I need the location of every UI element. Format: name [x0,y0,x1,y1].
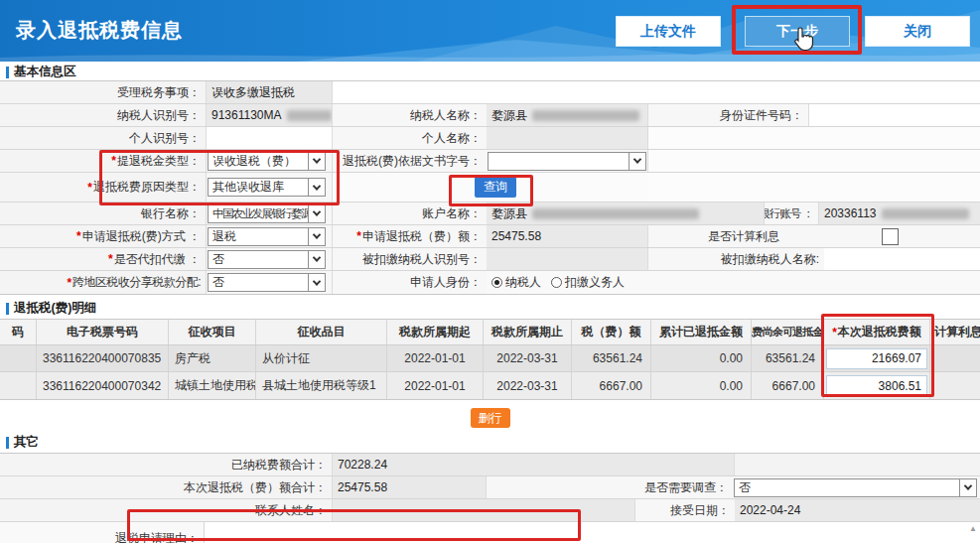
form-row: *退抵税费原因类型： 其他误收退库 查询 [0,173,980,203]
table-cell: 房产税 [169,345,256,371]
other-form: 已纳税费额合计： 70228.24 本次退抵税（费）额合计： 25475.58 … [0,453,980,543]
bank-name-cell: 中国农业发展银行婺源县支行 [207,203,333,224]
form-row: *提退税金类型： 误收退税（费） 退抵税(费)依据文书字号： [0,150,980,173]
table-cell: 2022-01-01 [387,372,484,399]
withhold-select[interactable]: 否 [208,250,326,269]
personal-id-value[interactable] [207,127,333,149]
radio-withholder[interactable]: 扣缴义务人 [551,274,625,291]
table-row[interactable]: 336116220400070342 城镇土地使用税 县城土地使用税等级1 20… [0,372,980,399]
query-button[interactable]: 查询 [475,177,516,198]
refund-method-select[interactable]: 退税 [208,227,326,246]
cross-region-select[interactable]: 否 [208,273,326,292]
table-cell: 从价计征 [256,345,387,371]
taxpayer-name-label: 纳税人名称： [333,104,487,126]
redacted-blur [287,110,333,121]
redacted-blur [532,208,699,219]
section-other: 其它 [0,434,980,451]
radio-taxpayer[interactable]: 纳税人 [491,274,541,291]
refund-reason-textarea[interactable]: ▲ ▼ [204,522,980,543]
refund-type-select[interactable]: 误收退税（费） [208,152,326,171]
withheld-taxpayer-id-value [487,248,648,270]
chevron-down-icon[interactable] [308,251,325,268]
chevron-down-icon[interactable] [308,179,325,196]
table-cell [824,372,930,399]
window-header: 录入退抵税费信息 上传文件 下一步 关闭 [0,0,980,62]
form-row: *是否代扣代缴 ： 否 被扣缴纳税人识别号： 被扣缴纳税人名称: [0,248,980,271]
form-row: 个人识别号： 个人名称： [0,127,980,150]
empty-cell [648,150,980,172]
scroll-up-icon[interactable]: ▲ [968,524,978,532]
form-row: 退税申请理由： ▲ ▼ [0,522,980,543]
query-cell: 查询 [333,173,648,202]
bank-name-select[interactable]: 中国农业发展银行婺源县支行 [208,204,326,223]
current-total-label: 本次退抵税（费）额合计： [0,476,333,498]
current-total-value: 25475.58 [333,476,487,498]
section-bar [6,437,9,449]
calc-interest-label: 是否计算利息 [648,225,784,247]
table-cell: 336116220400070342 [37,372,169,399]
current-refund-input[interactable] [826,348,927,369]
need-survey-label: 是否需要调查： [487,476,733,498]
account-name-value: 婺源县 [487,203,765,224]
chevron-down-icon[interactable] [308,153,325,170]
accept-date-label: 接受日期： [635,499,735,521]
refund-amount-label: *申请退抵税（费）额： [333,225,487,247]
table-cell: 0.00 [651,372,752,399]
chevron-down-icon[interactable] [959,479,976,496]
basic-info-form: 受理税务事项： 误收多缴退抵税 纳税人识别号： 91361130MA 纳税人名称… [0,80,980,295]
section-basic-info: 基本信息区 [0,64,980,80]
radio-unselected-icon [551,277,562,288]
table-cell: 2022-01-01 [387,345,484,371]
chevron-down-icon[interactable] [308,228,325,245]
doc-number-cell [487,150,648,172]
chevron-down-icon[interactable] [629,153,645,170]
table-cell: 0.00 [651,345,752,371]
chevron-down-icon[interactable] [308,274,325,291]
table-header-row: 码 电子税票号码 征收项目 征收品目 税款所属期起 税款所属期止 税（费）额 累… [0,320,980,345]
taxpayer-id-value: 91361130MA [207,104,333,126]
table-row[interactable]: 336116220400070835 房产税 从价计征 2022-01-01 2… [0,345,980,372]
id-number-value[interactable] [809,104,980,126]
accept-date-value: 2022-04-24 [735,499,980,521]
col-header-clipped: 码 [0,320,37,344]
reason-type-label: *退抵税费原因类型： [0,173,207,202]
form-row: 受理税务事项： 误收多缴退抵税 [0,81,980,104]
table-cell: 6667.00 [572,372,651,399]
table-cell [0,372,37,399]
applicant-identity-cell: 纳税人 扣缴义务人 [487,271,980,294]
bank-name-label: 银行名称： [0,203,207,224]
section-other-title: 其它 [14,434,39,451]
doc-number-select[interactable] [488,152,646,171]
refund-type-label: *提退税金类型： [0,150,207,172]
withheld-taxpayer-name-value[interactable] [824,248,980,270]
personal-id-label: 个人识别号： [0,127,207,149]
table-cell: 2022-03-31 [484,372,572,399]
calc-interest-checkbox[interactable] [882,228,899,245]
col-header-interest: 计算利息 [930,320,980,344]
refund-method-cell: 退税 [207,225,333,247]
empty-cell [735,454,980,475]
delete-row-button[interactable]: 删行 [471,408,510,428]
redacted-blur [882,208,969,219]
col-header-period-start: 税款所属期起 [387,320,484,344]
col-header-current-refund: *本次退抵税费额 [824,320,930,344]
current-refund-input[interactable] [826,375,927,396]
withhold-cell: 否 [207,248,333,270]
cross-region-label: *跨地区税收分享税款分配: [0,271,207,294]
paid-total-value: 70228.24 [333,454,735,475]
table-cell: 县城土地使用税等级1 [256,372,387,399]
personal-name-value [487,127,648,149]
form-row: 银行名称： 中国农业发展银行婺源县支行 账户名称： 婺源县 银行账号 ： 203… [0,203,980,225]
upload-file-button[interactable]: 上传文件 [616,16,721,47]
reason-type-select[interactable]: 其他误收退库 [208,178,326,197]
withheld-taxpayer-id-label: 被扣缴纳税人识别号： [333,248,487,270]
id-number-label: 身份证件号码： [648,104,809,126]
table-cell: 2022-03-31 [484,345,572,371]
withhold-label: *是否代扣代缴 ： [0,248,207,270]
table-cell: 63561.24 [752,345,824,371]
bank-account-value: 20336113 [819,203,980,224]
paid-total-label: 已纳税费额合计： [0,454,333,475]
need-survey-select[interactable]: 否 [734,478,977,497]
chevron-down-icon[interactable] [308,205,325,222]
close-button[interactable]: 关闭 [865,16,970,47]
